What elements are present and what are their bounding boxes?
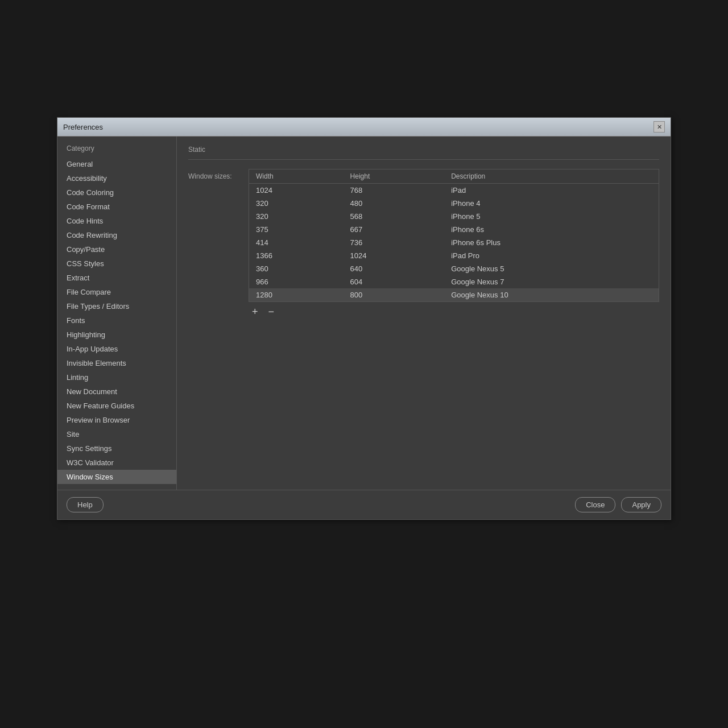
sidebar-item-invisible-elements[interactable]: Invisible Elements <box>57 356 176 370</box>
cell-width: 1280 <box>249 288 344 301</box>
cell-description: iPhone 6s <box>444 223 659 236</box>
add-size-button[interactable]: + <box>250 307 260 317</box>
dialog-wrapper: Preferences ✕ Category GeneralAccessibil… <box>57 117 671 520</box>
cell-height: 1024 <box>344 249 445 262</box>
cell-width: 414 <box>249 236 344 249</box>
cell-height: 667 <box>344 223 445 236</box>
cell-height: 736 <box>344 236 445 249</box>
cell-width: 360 <box>249 262 344 275</box>
sidebar-item-accessibility[interactable]: Accessibility <box>57 171 176 185</box>
window-sizes-label: Window sizes: <box>188 169 239 317</box>
preferences-dialog: Preferences ✕ Category GeneralAccessibil… <box>57 117 671 520</box>
col-description: Description <box>444 169 659 184</box>
cell-description: iPad Pro <box>444 249 659 262</box>
sidebar-item-sync-settings[interactable]: Sync Settings <box>57 441 176 456</box>
sidebar-item-in-app-updates[interactable]: In-App Updates <box>57 342 176 356</box>
table-row[interactable]: 320568iPhone 5 <box>249 210 659 223</box>
sidebar-item-general[interactable]: General <box>57 157 176 171</box>
dialog-close-button[interactable]: Close <box>575 497 615 512</box>
table-row[interactable]: 1280800Google Nexus 10 <box>249 288 659 301</box>
sidebar-items: GeneralAccessibilityCode ColoringCode Fo… <box>57 157 176 484</box>
cell-height: 604 <box>344 275 445 288</box>
cell-width: 1366 <box>249 249 344 262</box>
table-row[interactable]: 966604Google Nexus 7 <box>249 275 659 288</box>
sidebar-item-w3c-validator[interactable]: W3C Validator <box>57 456 176 470</box>
cell-width: 966 <box>249 275 344 288</box>
sidebar-item-code-rewriting[interactable]: Code Rewriting <box>57 228 176 242</box>
sidebar-item-file-types---editors[interactable]: File Types / Editors <box>57 299 176 313</box>
close-icon[interactable]: ✕ <box>653 121 665 133</box>
sidebar-item-code-format[interactable]: Code Format <box>57 200 176 214</box>
dialog-footer: Help Close Apply <box>57 490 671 519</box>
sidebar-item-file-compare[interactable]: File Compare <box>57 285 176 299</box>
table-row[interactable]: 360640Google Nexus 5 <box>249 262 659 275</box>
sizes-tbody: 1024768iPad320480iPhone 4320568iPhone 53… <box>249 184 659 302</box>
sidebar-item-fonts[interactable]: Fonts <box>57 313 176 328</box>
sizes-table-container: Width Height Description 1024768iPad3204… <box>249 169 659 302</box>
cell-description: Google Nexus 5 <box>444 262 659 275</box>
sidebar-item-copy-paste[interactable]: Copy/Paste <box>57 242 176 257</box>
table-row[interactable]: 414736iPhone 6s Plus <box>249 236 659 249</box>
sizes-table: Width Height Description 1024768iPad3204… <box>249 169 659 301</box>
col-height: Height <box>344 169 445 184</box>
sidebar-item-preview-in-browser[interactable]: Preview in Browser <box>57 413 176 427</box>
sidebar-item-extract[interactable]: Extract <box>57 271 176 285</box>
main-content: Static Window sizes: Width Height Descri… <box>177 136 671 490</box>
sidebar-item-new-document[interactable]: New Document <box>57 384 176 399</box>
sidebar-item-linting[interactable]: Linting <box>57 370 176 384</box>
sidebar-item-site[interactable]: Site <box>57 427 176 441</box>
sidebar-item-highlighting[interactable]: Highlighting <box>57 328 176 342</box>
cell-width: 320 <box>249 197 344 210</box>
cell-width: 1024 <box>249 184 344 197</box>
footer-right: Close Apply <box>575 497 661 512</box>
sidebar-item-code-hints[interactable]: Code Hints <box>57 214 176 228</box>
cell-height: 768 <box>344 184 445 197</box>
cell-description: iPhone 4 <box>444 197 659 210</box>
cell-width: 375 <box>249 223 344 236</box>
sidebar-header: Category <box>57 142 176 157</box>
add-remove-buttons: + − <box>249 307 659 317</box>
dialog-title: Preferences <box>63 123 103 131</box>
apply-button[interactable]: Apply <box>621 497 661 512</box>
cell-description: Google Nexus 10 <box>444 288 659 301</box>
cell-height: 480 <box>344 197 445 210</box>
cell-width: 320 <box>249 210 344 223</box>
cell-height: 568 <box>344 210 445 223</box>
sidebar-item-window-sizes[interactable]: Window Sizes <box>57 470 176 484</box>
cell-description: iPad <box>444 184 659 197</box>
cell-description: iPhone 6s Plus <box>444 236 659 249</box>
table-row[interactable]: 320480iPhone 4 <box>249 197 659 210</box>
table-row[interactable]: 1024768iPad <box>249 184 659 197</box>
window-sizes-section: Window sizes: Width Height Description <box>188 169 659 317</box>
cell-height: 800 <box>344 288 445 301</box>
cell-height: 640 <box>344 262 445 275</box>
sidebar-item-css-styles[interactable]: CSS Styles <box>57 257 176 271</box>
window-sizes-right: Width Height Description 1024768iPad3204… <box>249 169 659 317</box>
main-header: Static <box>188 146 659 160</box>
sidebar-item-code-coloring[interactable]: Code Coloring <box>57 185 176 200</box>
table-row[interactable]: 375667iPhone 6s <box>249 223 659 236</box>
remove-size-button[interactable]: − <box>266 307 277 317</box>
dialog-body: Category GeneralAccessibilityCode Colori… <box>57 136 671 490</box>
cell-description: iPhone 5 <box>444 210 659 223</box>
sidebar-item-new-feature-guides[interactable]: New Feature Guides <box>57 399 176 413</box>
table-row[interactable]: 13661024iPad Pro <box>249 249 659 262</box>
title-bar: Preferences ✕ <box>57 118 671 136</box>
help-button[interactable]: Help <box>67 497 104 512</box>
sidebar: Category GeneralAccessibilityCode Colori… <box>57 136 177 490</box>
cell-description: Google Nexus 7 <box>444 275 659 288</box>
col-width: Width <box>249 169 344 184</box>
